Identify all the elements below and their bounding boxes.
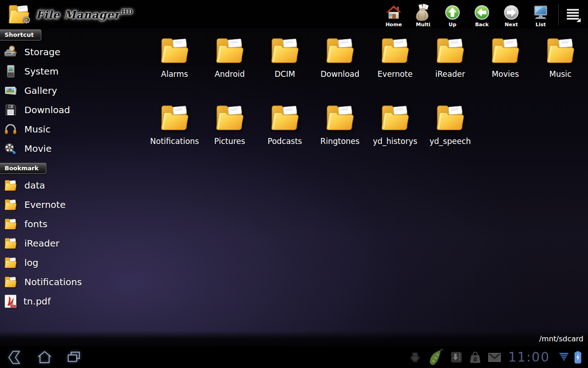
folder-label: Alarms [161,69,188,79]
sidebar-item-movie[interactable]: Movie [0,139,147,158]
app-title-hd: HD [121,8,133,15]
bookmark-item-evernote[interactable]: Evernote [0,195,147,214]
folder-label: Pictures [214,137,245,146]
sidebar-item-gallery[interactable]: Gallery [0,81,147,100]
toolbar: Home Multi Up Back [379,1,588,28]
nav-recents-button[interactable] [65,349,83,366]
folder-item[interactable]: Notifications [147,96,202,163]
screen: { "app": { "title": "File Manager", "tit… [0,0,588,368]
file-grid: Alarms Android DCIM Download Evernote [147,29,588,163]
folder-item[interactable]: Music [533,29,588,96]
folder-icon [158,103,191,132]
folder-item[interactable]: Podcasts [257,96,312,163]
storage-icon [4,45,17,59]
folder-icon [544,36,577,65]
music-headphones-icon [4,122,17,136]
movie-reel-icon [4,142,17,155]
nav-back-button[interactable] [6,349,24,366]
folder-label: Notifications [150,137,199,146]
app-logo-gear-icon: ⚙ [22,14,31,26]
toolbar-button-back[interactable]: Back [467,1,497,28]
sidebar-item-download[interactable]: Download [0,100,147,120]
toolbar-button-home[interactable]: Home [379,1,408,28]
folder-icon [269,103,301,132]
content-area: Shortcut Storage System [0,29,588,346]
folder-icon [158,36,191,65]
gallery-icon [4,84,17,98]
current-path: /mnt/sdcard [539,334,583,343]
sidebar: Shortcut Storage System [0,29,147,311]
folder-icon [4,256,17,270]
folder-icon [379,103,411,132]
toolbar-button-up[interactable]: Up [438,1,467,28]
folder-item[interactable]: iReader [423,29,478,96]
folder-label: Download [321,69,360,79]
bookmark-item-log[interactable]: log [0,253,147,272]
wifi-signal-icon[interactable] [559,353,569,362]
folder-icon [434,103,466,132]
folder-label: Evernote [378,69,413,79]
folder-label: Movies [492,69,519,79]
nav-home-button[interactable] [36,349,53,366]
folder-item[interactable]: Download [312,29,368,96]
home-icon [385,4,402,21]
folder-icon [4,236,17,250]
up-arrow-icon [444,4,461,21]
folder-label: Android [215,69,245,79]
sidebar-item-music[interactable]: Music [0,120,147,139]
bookmark-item-fonts[interactable]: fonts [0,214,147,234]
folder-icon [269,36,301,65]
bookmark-item-data[interactable]: data [0,176,147,195]
app-logo: ⚙ File ManagerHD [6,3,133,25]
bookmark-section-header: Bookmark [0,163,46,174]
folder-item[interactable]: Alarms [147,29,202,96]
menu-icon [566,8,581,23]
status-tray: 11:00 [402,349,588,366]
folder-item[interactable]: Movies [478,29,533,96]
system-nav [0,349,95,366]
folder-label: DCIM [275,69,295,79]
sidebar-item-storage[interactable]: Storage [0,42,147,62]
app-title: File ManagerHD [36,8,133,21]
folder-label: Ringtones [320,137,359,146]
toolbar-button-next[interactable]: Next [497,1,526,28]
usb-debug-robot-icon[interactable] [410,351,420,363]
system-clock[interactable]: 11:00 [508,350,550,365]
list-view-icon [532,4,549,21]
folder-label: yd_speech [430,137,471,146]
folder-icon [489,36,521,65]
nav-home-icon [36,349,53,366]
sidebar-item-system[interactable]: System [0,62,147,81]
android-system-bar: 11:00 [0,346,588,368]
nav-recents-icon [66,349,82,366]
pdf-file-icon [5,294,17,308]
folder-icon [4,217,17,231]
market-bag-icon[interactable] [469,351,481,363]
path-bar: /mnt/sdcard [0,331,588,346]
folder-item[interactable]: Evernote [368,29,423,96]
bookmark-item-ireader[interactable]: iReader [0,234,147,253]
folder-item[interactable]: Pictures [202,96,257,163]
bookmark-item-notifications[interactable]: Notifications [0,272,147,292]
folder-icon [324,103,356,132]
download-disk-icon [4,103,17,117]
shortcut-section-header: Shortcut [0,29,41,40]
toolbar-button-multi[interactable]: Multi [408,1,438,28]
bookmark-item-tn-pdf[interactable]: tn.pdf [0,292,147,311]
battery-charging-icon[interactable] [574,351,582,363]
toolbar-separator [558,4,559,25]
folder-item[interactable]: yd_historys [368,96,423,163]
pea-pod-notification-icon[interactable] [428,349,443,366]
download-status-icon[interactable] [451,351,462,363]
folder-label: Podcasts [268,137,302,146]
folder-item[interactable]: Ringtones [312,96,368,163]
overflow-menu-button[interactable] [563,1,584,23]
folder-item[interactable]: yd_speech [423,96,478,163]
toolbar-button-list[interactable]: List [526,1,555,28]
gmail-icon[interactable] [488,353,501,362]
folder-icon [214,103,246,132]
system-device-icon [4,64,17,78]
folder-item[interactable]: Android [202,29,257,96]
folder-item[interactable]: DCIM [257,29,312,96]
back-arrow-icon [473,4,491,21]
